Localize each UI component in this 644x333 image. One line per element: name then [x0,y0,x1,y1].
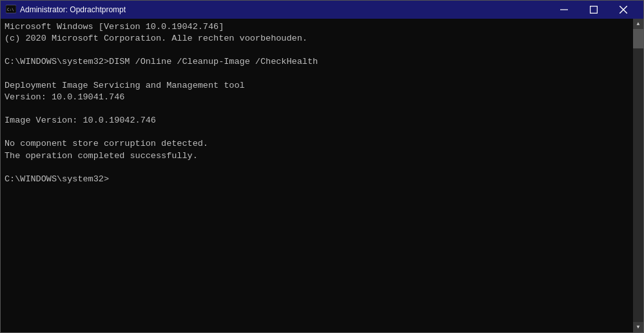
scrollbar[interactable]: ▲ ▼ [633,19,643,332]
console-line: Microsoft Windows [Version 10.0.19042.74… [5,21,639,33]
console-line [5,162,639,174]
console-line: Image Version: 10.0.19042.746 [5,115,639,126]
svg-rect-4 [590,6,598,14]
cmd-window: C:\ Administrator: Opdrachtprompt [0,0,644,333]
scrollbar-down-button[interactable]: ▼ [633,322,643,332]
console-line: C:\WINDOWS\system32>DISM /Online /Cleanu… [5,56,639,68]
minimize-button[interactable] [549,1,579,19]
svg-text:C:\: C:\ [7,7,14,12]
window-title: Administrator: Opdrachtprompt [20,5,549,14]
console-output[interactable]: Microsoft Windows [Version 10.0.19042.74… [1,19,643,332]
console-line: (c) 2020 Microsoft Corporation. Alle rec… [5,33,639,45]
console-line [5,68,639,80]
console-lines: Microsoft Windows [Version 10.0.19042.74… [5,21,639,185]
titlebar-buttons [549,1,638,19]
titlebar: C:\ Administrator: Opdrachtprompt [1,1,643,19]
console-line: Deployment Image Servicing and Managemen… [5,80,639,92]
console-line [5,45,639,56]
console-line: C:\WINDOWS\system32> [5,174,639,185]
app-icon: C:\ [6,5,16,15]
close-button[interactable] [609,1,638,19]
svg-rect-3 [560,9,568,10]
scrollbar-thumb[interactable] [633,29,643,48]
console-line [5,103,639,115]
console-line: Version: 10.0.19041.746 [5,92,639,103]
maximize-button[interactable] [579,1,609,19]
scrollbar-up-button[interactable]: ▲ [633,19,643,29]
console-line [5,126,639,138]
console-line: No component store corruption detected. [5,138,639,150]
scrollbar-track[interactable] [633,29,643,322]
console-line: The operation completed successfully. [5,150,639,162]
